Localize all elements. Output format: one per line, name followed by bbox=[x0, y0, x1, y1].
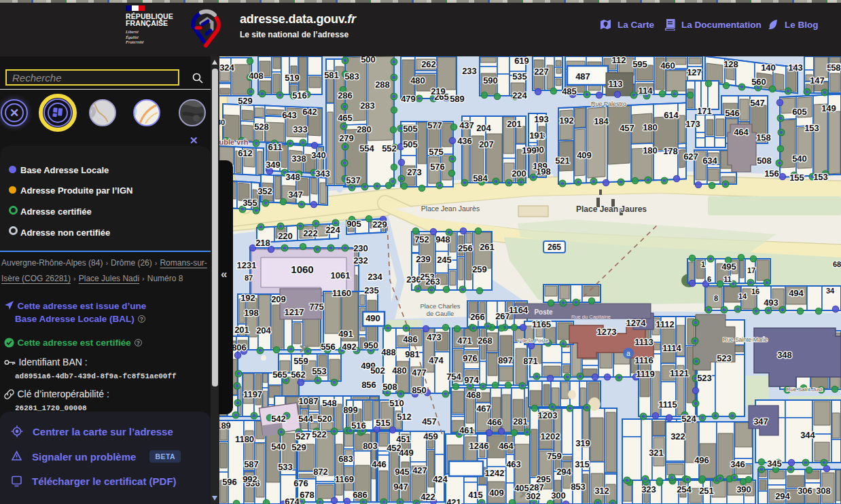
svg-text:143: 143 bbox=[788, 62, 803, 73]
svg-text:803: 803 bbox=[363, 441, 378, 451]
svg-text:529: 529 bbox=[291, 442, 306, 452]
svg-text:409: 409 bbox=[577, 150, 592, 160]
svg-text:171: 171 bbox=[697, 106, 712, 116]
svg-text:520: 520 bbox=[317, 414, 332, 424]
svg-text:224: 224 bbox=[512, 90, 527, 101]
svg-text:437: 437 bbox=[459, 120, 474, 130]
svg-text:523: 523 bbox=[697, 373, 712, 383]
svg-text:261: 261 bbox=[480, 242, 495, 252]
svg-text:128: 128 bbox=[723, 59, 738, 69]
svg-text:461: 461 bbox=[459, 425, 474, 435]
svg-text:488: 488 bbox=[381, 347, 396, 357]
svg-text:1203: 1203 bbox=[538, 410, 558, 420]
svg-text:521: 521 bbox=[555, 156, 570, 166]
svg-text:308: 308 bbox=[816, 486, 831, 496]
svg-text:283: 283 bbox=[360, 101, 375, 111]
svg-text:Rue du Capitaine: Rue du Capitaine bbox=[571, 314, 611, 320]
svg-text:345: 345 bbox=[767, 458, 782, 469]
svg-text:974: 974 bbox=[464, 375, 479, 385]
svg-text:512: 512 bbox=[397, 412, 412, 422]
svg-text:1202: 1202 bbox=[541, 431, 560, 442]
svg-text:302: 302 bbox=[526, 491, 541, 501]
svg-text:286: 286 bbox=[338, 90, 353, 101]
svg-text:349: 349 bbox=[266, 160, 281, 170]
svg-text:562: 562 bbox=[291, 370, 306, 380]
svg-text:233: 233 bbox=[462, 66, 477, 76]
svg-text:266: 266 bbox=[470, 312, 485, 322]
svg-text:457: 457 bbox=[620, 123, 634, 133]
svg-text:522: 522 bbox=[312, 429, 327, 439]
svg-text:295: 295 bbox=[536, 474, 551, 484]
svg-text:581: 581 bbox=[324, 70, 339, 80]
svg-text:992: 992 bbox=[243, 474, 257, 484]
svg-text:588: 588 bbox=[831, 62, 841, 73]
svg-text:114: 114 bbox=[639, 86, 654, 96]
svg-text:596: 596 bbox=[222, 477, 237, 487]
svg-text:950: 950 bbox=[363, 340, 378, 350]
svg-text:524: 524 bbox=[681, 414, 696, 424]
svg-text:871: 871 bbox=[523, 356, 538, 366]
svg-text:340: 340 bbox=[311, 150, 326, 160]
svg-text:87: 87 bbox=[245, 274, 253, 282]
svg-text:1160: 1160 bbox=[332, 288, 351, 298]
svg-text:218: 218 bbox=[255, 238, 270, 248]
svg-text:390: 390 bbox=[736, 484, 751, 494]
svg-text:1087: 1087 bbox=[299, 396, 319, 406]
svg-text:559: 559 bbox=[293, 356, 308, 366]
svg-text:1165: 1165 bbox=[532, 319, 551, 329]
svg-text:853: 853 bbox=[571, 482, 586, 492]
svg-text:209: 209 bbox=[271, 294, 286, 304]
svg-text:495: 495 bbox=[721, 262, 736, 272]
svg-text:981: 981 bbox=[405, 349, 420, 359]
svg-text:147: 147 bbox=[810, 75, 825, 86]
svg-text:527: 527 bbox=[296, 431, 310, 442]
svg-text:505: 505 bbox=[403, 139, 418, 149]
svg-text:16: 16 bbox=[751, 287, 759, 295]
svg-text:505: 505 bbox=[403, 124, 418, 134]
svg-text:234: 234 bbox=[368, 272, 382, 282]
svg-text:140: 140 bbox=[761, 62, 776, 73]
svg-text:576: 576 bbox=[430, 162, 445, 172]
svg-text:548: 548 bbox=[322, 398, 337, 408]
svg-text:427: 427 bbox=[412, 465, 427, 475]
svg-text:1273: 1273 bbox=[597, 327, 617, 337]
svg-text:552: 552 bbox=[382, 143, 397, 154]
svg-text:Place Jean Jaures: Place Jean Jaures bbox=[576, 204, 647, 214]
svg-text:674: 674 bbox=[285, 497, 300, 504]
svg-text:1114: 1114 bbox=[662, 343, 681, 353]
svg-text:245: 245 bbox=[437, 255, 452, 265]
svg-text:220: 220 bbox=[278, 231, 293, 241]
svg-text:463: 463 bbox=[506, 459, 521, 469]
svg-text:236: 236 bbox=[406, 274, 421, 285]
svg-text:219: 219 bbox=[431, 86, 446, 96]
svg-text:491: 491 bbox=[338, 329, 353, 339]
svg-text:Place Charles: Place Charles bbox=[420, 302, 460, 310]
svg-text:947: 947 bbox=[393, 482, 408, 492]
svg-text:222: 222 bbox=[303, 228, 318, 238]
svg-text:515: 515 bbox=[376, 418, 391, 428]
svg-text:611: 611 bbox=[268, 142, 283, 152]
svg-text:508: 508 bbox=[757, 156, 772, 166]
svg-text:642: 642 bbox=[302, 107, 317, 117]
svg-text:224: 224 bbox=[325, 225, 340, 235]
svg-text:477: 477 bbox=[412, 367, 427, 378]
svg-text:265: 265 bbox=[548, 242, 561, 252]
svg-text:759: 759 bbox=[547, 451, 562, 461]
svg-text:251: 251 bbox=[699, 486, 714, 496]
svg-text:1116: 1116 bbox=[634, 355, 654, 365]
svg-text:Rue Sainte-Marie: Rue Sainte-Marie bbox=[723, 336, 768, 343]
svg-text:899: 899 bbox=[343, 405, 358, 415]
svg-text:227: 227 bbox=[534, 67, 549, 77]
svg-text:1197: 1197 bbox=[243, 389, 262, 399]
svg-text:496: 496 bbox=[694, 455, 709, 465]
svg-text:465: 465 bbox=[338, 113, 353, 123]
svg-text:905: 905 bbox=[346, 219, 361, 229]
svg-text:486: 486 bbox=[403, 334, 418, 344]
svg-text:279: 279 bbox=[339, 133, 354, 143]
svg-text:uble vrh: uble vrh bbox=[219, 138, 249, 146]
svg-text:294: 294 bbox=[775, 491, 790, 501]
svg-text:198: 198 bbox=[244, 308, 259, 318]
svg-text:584: 584 bbox=[473, 173, 488, 183]
svg-text:192: 192 bbox=[559, 115, 574, 126]
svg-text:537: 537 bbox=[346, 175, 361, 185]
